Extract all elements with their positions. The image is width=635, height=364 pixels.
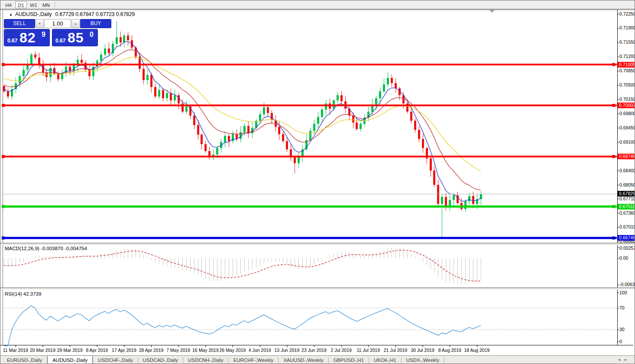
mt4-window: H4D1W1MN ▲AUDUSD-,Daily0.67729 0.67847 0… bbox=[0, 0, 635, 364]
price-axis-tick: 0.67360 bbox=[619, 210, 635, 216]
date-axis-label: 29 Mar 2019 bbox=[55, 348, 85, 353]
date-axis-label: 26 May 2019 bbox=[217, 348, 248, 353]
sell-price-sup: 9 bbox=[42, 31, 45, 39]
chart-tab-xauusd-weekly[interactable]: XAUUSD-,Weekly bbox=[279, 356, 328, 364]
date-axis-label: 18 Aug 2019 bbox=[462, 348, 492, 353]
sell-price-big: 82 bbox=[19, 30, 36, 46]
price-axis-tick: 0.68400 bbox=[619, 168, 635, 173]
price-level-badge: 0.70002 bbox=[618, 103, 635, 108]
date-axis-label: 30 Jul 2019 bbox=[408, 348, 438, 353]
date-axis-label: 17 Apr 2019 bbox=[109, 348, 139, 353]
price-level-badge: 0.66746 bbox=[618, 235, 635, 241]
date-axis-label: 4 Jun 2019 bbox=[245, 348, 275, 353]
price-axis-tick: 0.71550 bbox=[619, 39, 635, 45]
tab-scroll-left-icon[interactable]: ◂ bbox=[618, 357, 625, 362]
price-level-badge: 0.71005 bbox=[618, 62, 635, 68]
price-level-badge: 0.68746 bbox=[618, 154, 635, 159]
chart-tab-eurusd-daily[interactable]: EURUSD-,Daily bbox=[2, 356, 47, 364]
tab-scroll-arrows[interactable]: ◂▸ bbox=[618, 357, 631, 362]
sell-quote-button[interactable]: 0.67 82 9 bbox=[4, 29, 50, 46]
price-axis-tick: 0.70500 bbox=[619, 82, 635, 87]
price-axis-tick: 0.70150 bbox=[619, 97, 635, 102]
macd-axis-max: 0.002574 bbox=[619, 245, 635, 251]
date-axis-label: 8 Aug 2019 bbox=[434, 348, 465, 353]
date-axis-label: 28 Apr 2019 bbox=[136, 348, 166, 353]
date-axis-label: 21 Jul 2019 bbox=[380, 348, 411, 353]
sell-price-prefix: 0.67 bbox=[7, 38, 17, 44]
buy-price-prefix: 0.67 bbox=[55, 38, 65, 44]
date-axis-label: 2 Jul 2019 bbox=[326, 348, 356, 353]
price-axis-tick: 0.70850 bbox=[619, 68, 635, 73]
date-axis-label: 23 Jun 2019 bbox=[299, 348, 329, 353]
tab-separator bbox=[444, 358, 444, 363]
chart-tab-gbpusd-h1[interactable]: GBPUSD-,H1 bbox=[329, 356, 369, 364]
macd-indicator-label: MACD(12,26,9) -0.003870 -0.004754 bbox=[5, 246, 87, 251]
buy-button[interactable]: BUY bbox=[80, 19, 111, 28]
price-level-badge: 0.67518 bbox=[618, 204, 635, 209]
collapse-panel-icon[interactable]: ▲ bbox=[9, 13, 13, 16]
rsi-indicator-label: RSI(14) 42.3739 bbox=[5, 291, 41, 296]
price-axis-tick: 0.71200 bbox=[619, 54, 635, 59]
date-axis-label: 11 Jul 2019 bbox=[353, 348, 383, 353]
date-axis-label: 11 Mar 2019 bbox=[0, 348, 31, 353]
symbol-tab-bar: EURUSD-,DailyAUDUSD-,DailyUSDCHF-,DailyU… bbox=[0, 355, 635, 364]
price-axis-tick: 0.69100 bbox=[619, 139, 635, 145]
volume-increase-button[interactable]: ▲ bbox=[71, 19, 80, 28]
price-axis-tick: 0.69800 bbox=[619, 111, 635, 116]
date-axis-label: 16 May 2019 bbox=[190, 348, 220, 353]
chart-tab-usdcad-daily[interactable]: USDCAD-,Daily bbox=[138, 356, 183, 364]
chart-tab-usdchf-daily[interactable]: USDCHF-,Daily bbox=[93, 356, 138, 364]
volume-decrease-button[interactable]: ▼ bbox=[36, 19, 44, 28]
rsi-axis-tick: 70 bbox=[619, 305, 625, 310]
rsi-axis-tick: 100 bbox=[619, 290, 627, 295]
chart-tab-audusd-daily[interactable]: AUDUSD-,Daily bbox=[47, 355, 93, 364]
rsi-axis-tick: 0 bbox=[619, 339, 622, 344]
buy-price-sup: 0 bbox=[90, 31, 94, 39]
chart-ohlc-values: 0.67729 0.67847 0.67723 0.67829 bbox=[55, 11, 135, 17]
price-axis-tick: 0.68050 bbox=[619, 182, 635, 187]
chart-tab-usdx-weekly[interactable]: USDX-,Weekly bbox=[402, 356, 444, 364]
date-axis-label: 7 May 2019 bbox=[163, 348, 194, 353]
tab-scroll-right-icon[interactable]: ▸ bbox=[625, 357, 631, 362]
macd-axis-min: -0.006326 bbox=[619, 282, 635, 287]
price-axis-tick: 0.71900 bbox=[619, 25, 635, 30]
buy-quote-button[interactable]: 0.67 85 0 bbox=[52, 29, 98, 46]
one-click-trading-panel: SELL ▼ ▲ BUY 0.67 82 9 0.67 85 0 bbox=[4, 19, 111, 46]
scroll-position-marker-icon[interactable] bbox=[489, 10, 495, 13]
date-axis-label: 13 Jun 2019 bbox=[272, 348, 302, 353]
macd-axis-zero: 0.00 bbox=[619, 255, 628, 261]
date-axis-label: 8 Apr 2019 bbox=[82, 348, 112, 353]
price-axis-tick: 0.72250 bbox=[619, 11, 635, 16]
price-axis-tick: 0.67010 bbox=[619, 224, 635, 229]
chart-title: ▲AUDUSD-,Daily0.67729 0.67847 0.67723 0.… bbox=[9, 11, 135, 17]
current-price-badge: 0.67829 bbox=[618, 191, 635, 196]
date-axis-label: 20 Mar 2019 bbox=[28, 348, 58, 353]
sell-button[interactable]: SELL bbox=[4, 19, 35, 28]
chart-tab-ukoil-h1[interactable]: UKOil-,H1 bbox=[369, 356, 401, 364]
volume-input[interactable] bbox=[44, 19, 71, 28]
buy-price-big: 85 bbox=[68, 30, 84, 46]
chart-tab-usdcnh-daily[interactable]: USDCNH-,Daily bbox=[183, 356, 228, 364]
rsi-axis-tick: 30 bbox=[619, 327, 625, 332]
chart-canvas[interactable] bbox=[0, 0, 635, 355]
chart-symbol-label: AUDUSD-,Daily bbox=[15, 11, 52, 17]
chart-tab-eurchf-weekly[interactable]: EURCHF-,Weekly bbox=[229, 356, 278, 364]
price-axis-tick: 0.69450 bbox=[619, 125, 635, 130]
